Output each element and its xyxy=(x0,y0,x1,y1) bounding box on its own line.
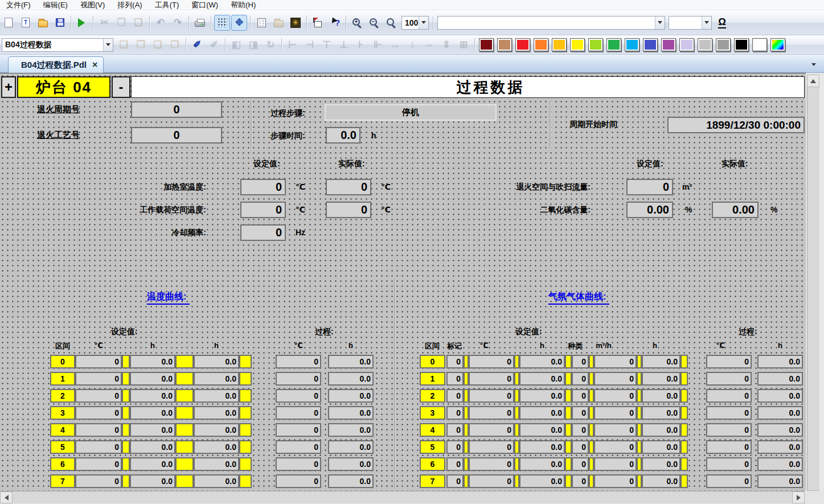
menu-item-0[interactable]: 文件(F) xyxy=(0,0,37,10)
bring-to-front-button[interactable]: ❏ xyxy=(116,37,132,53)
anneal-cycle-field[interactable]: 0 xyxy=(131,101,222,118)
gas-row7-kind[interactable]: 0 xyxy=(572,474,589,488)
same-width-button[interactable]: ⇔ xyxy=(421,37,437,53)
workload-space-temp-actual-field[interactable]: 0 xyxy=(326,202,371,218)
temp-row2-idx[interactable]: 2 xyxy=(50,389,75,403)
gas-row5-mark[interactable]: 0 xyxy=(446,440,464,454)
color-picker-swatch[interactable] xyxy=(770,38,785,51)
paste-button[interactable]: ❑ xyxy=(130,15,146,31)
temp-row6-proc_h[interactable]: 0.0 xyxy=(328,457,374,471)
gas-row0-idx[interactable]: 0 xyxy=(420,355,445,368)
temp-row6-set_c[interactable]: 0 xyxy=(75,457,122,471)
gas-row1-set_c[interactable]: 0 xyxy=(469,372,514,386)
zoom-out-button[interactable]: − xyxy=(366,15,382,31)
purge-flow-set-field[interactable]: 0 xyxy=(626,179,673,195)
color-swatch-10[interactable] xyxy=(661,38,676,51)
gas-row2-flow_h[interactable]: 0.0 xyxy=(642,389,680,403)
furnace-minus-button[interactable]: - xyxy=(112,76,130,98)
snap-toggle-button[interactable]: ✥ xyxy=(231,15,247,31)
color-swatch-15[interactable] xyxy=(752,38,767,51)
gas-row6-proc_h[interactable]: 0.0 xyxy=(757,457,803,471)
gas-row1-proc_h[interactable]: 0.0 xyxy=(757,372,803,386)
gas-row6-set_c[interactable]: 0 xyxy=(469,457,514,471)
scroll-left-icon[interactable] xyxy=(0,491,13,503)
gas-row2-flow[interactable]: 0 xyxy=(594,389,637,403)
new-from-template-button[interactable]: T xyxy=(18,15,34,31)
gas-row5-proc_h[interactable]: 0.0 xyxy=(757,440,803,454)
gas-row7-mark[interactable]: 0 xyxy=(446,474,464,488)
vertical-scrollbar[interactable] xyxy=(807,75,819,502)
gas-row0-kind[interactable]: 0 xyxy=(572,355,589,368)
gas-row6-mark[interactable]: 0 xyxy=(446,457,464,471)
temp-row0-idx[interactable]: 0 xyxy=(50,355,75,368)
temp-row1-proc_c[interactable]: 0 xyxy=(276,372,321,386)
zoom-area-button[interactable] xyxy=(383,15,399,31)
dynamic-wizard-button[interactable]: ✳ xyxy=(288,15,304,31)
gas-row2-kind[interactable]: 0 xyxy=(572,389,589,403)
gas-row6-set_h[interactable]: 0.0 xyxy=(519,457,565,471)
gas-row5-proc_c[interactable]: 0 xyxy=(706,440,752,454)
heating-chamber-temp-set-field[interactable]: 0 xyxy=(240,179,286,195)
color-swatch-14[interactable] xyxy=(734,38,749,51)
gas-row2-set_h[interactable]: 0.0 xyxy=(519,389,565,403)
gas-row5-flow[interactable]: 0 xyxy=(594,440,637,454)
gas-row7-proc_h[interactable]: 0.0 xyxy=(757,474,803,488)
gas-row2-idx[interactable]: 2 xyxy=(420,389,445,403)
gas-row6-idx[interactable]: 6 xyxy=(420,457,445,471)
gas-row7-set_h[interactable]: 0.0 xyxy=(519,474,565,488)
gas-row1-idx[interactable]: 1 xyxy=(420,372,445,386)
color-swatch-3[interactable] xyxy=(534,38,548,51)
gas-row0-set_h[interactable]: 0.0 xyxy=(519,355,565,368)
tab-order-button[interactable]: ✐ xyxy=(189,37,205,53)
tab-close-icon[interactable]: × xyxy=(92,60,97,70)
zoom-level-combo[interactable]: 100 xyxy=(401,16,429,30)
temp-row6-set_h1[interactable]: 0.0 xyxy=(130,457,175,471)
cooling-frequency-set-field[interactable]: 0 xyxy=(240,224,286,241)
gas-row3-set_h[interactable]: 0.0 xyxy=(519,406,565,420)
temp-row7-set_h1[interactable]: 0.0 xyxy=(130,474,175,488)
temp-row5-proc_h[interactable]: 0.0 xyxy=(328,440,374,454)
menu-item-6[interactable]: 帮助(H) xyxy=(224,0,262,10)
align-left-button[interactable]: ⊢ xyxy=(285,37,301,53)
gas-row3-idx[interactable]: 3 xyxy=(420,406,445,420)
chevron-down-icon[interactable] xyxy=(702,17,711,29)
flip-horizontal-button[interactable]: ◧ xyxy=(228,37,244,53)
temp-row1-set_h1[interactable]: 0.0 xyxy=(130,372,175,386)
temp-row2-proc_c[interactable]: 0 xyxy=(276,389,321,403)
gas-row1-set_h[interactable]: 0.0 xyxy=(519,372,565,386)
distribute-vertical-button[interactable]: ↕ xyxy=(404,37,420,53)
gas-row6-flow[interactable]: 0 xyxy=(594,457,637,471)
temp-row5-idx[interactable]: 5 xyxy=(50,440,75,454)
menu-item-3[interactable]: 排列(A) xyxy=(111,0,148,10)
gas-row5-idx[interactable]: 5 xyxy=(420,440,445,454)
open-button[interactable] xyxy=(35,15,51,31)
gas-row7-flow[interactable]: 0 xyxy=(594,474,637,488)
gas-row0-proc_h[interactable]: 0.0 xyxy=(757,355,803,368)
gas-row1-kind[interactable]: 0 xyxy=(572,372,589,386)
gas-row3-proc_c[interactable]: 0 xyxy=(706,406,752,420)
gas-row4-set_h[interactable]: 0.0 xyxy=(519,423,565,437)
temp-row2-proc_h[interactable]: 0.0 xyxy=(328,389,374,403)
new-file-button[interactable] xyxy=(1,15,17,31)
temp-row7-proc_h[interactable]: 0.0 xyxy=(328,474,374,488)
gas-row6-kind[interactable]: 0 xyxy=(572,457,589,471)
gas-row3-set_c[interactable]: 0 xyxy=(469,406,514,420)
temp-row5-set_h2[interactable]: 0.0 xyxy=(194,440,239,454)
gas-row3-flow[interactable]: 0 xyxy=(594,406,637,420)
temp-row3-idx[interactable]: 3 xyxy=(50,406,75,420)
furnace-title-field[interactable]: 炉台 04 xyxy=(17,76,110,98)
gas-row2-proc_h[interactable]: 0.0 xyxy=(757,389,803,403)
rotate-button[interactable]: ↻ xyxy=(263,37,278,53)
gas-row4-set_c[interactable]: 0 xyxy=(469,423,514,437)
temp-row0-proc_h[interactable]: 0.0 xyxy=(328,355,374,368)
scroll-up-icon[interactable] xyxy=(807,75,819,87)
same-size-button[interactable]: ⊞ xyxy=(456,37,472,53)
color-swatch-12[interactable] xyxy=(698,38,712,51)
gas-row0-flow[interactable]: 0 xyxy=(594,355,637,368)
temp-row4-set_h1[interactable]: 0.0 xyxy=(130,423,175,437)
temperature-curve-link[interactable]: 温度曲线: xyxy=(147,291,190,305)
run-button[interactable] xyxy=(74,15,90,31)
temp-row4-set_c[interactable]: 0 xyxy=(75,423,122,437)
temp-row3-set_h2[interactable]: 0.0 xyxy=(194,406,239,420)
temp-row6-set_h2[interactable]: 0.0 xyxy=(194,457,239,471)
